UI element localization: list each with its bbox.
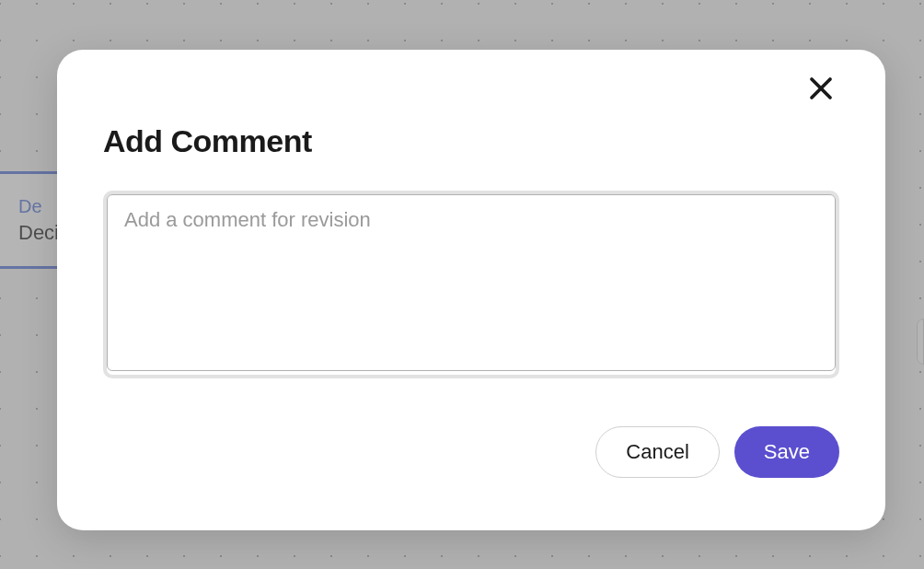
modal-title: Add Comment xyxy=(103,123,839,159)
close-button[interactable] xyxy=(803,70,839,107)
add-comment-modal: Add Comment Cancel Save xyxy=(57,50,885,530)
button-row: Cancel Save xyxy=(103,426,839,478)
cancel-button[interactable]: Cancel xyxy=(595,426,719,478)
modal-close-row xyxy=(103,70,839,107)
close-icon xyxy=(807,75,835,102)
modal-overlay: Add Comment Cancel Save xyxy=(0,0,924,569)
save-button[interactable]: Save xyxy=(734,426,839,478)
comment-textarea[interactable] xyxy=(107,194,836,371)
textarea-wrap xyxy=(103,191,839,378)
